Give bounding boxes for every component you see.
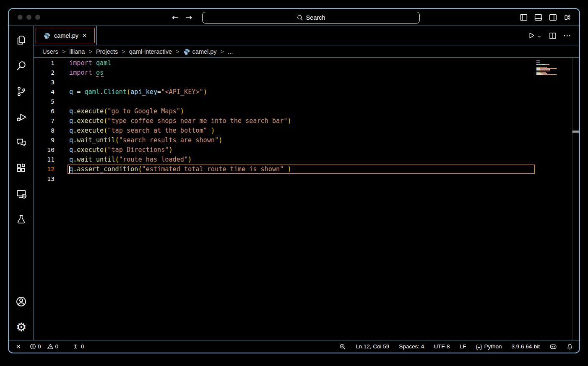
warning-icon — [47, 343, 54, 350]
bell-icon — [567, 343, 573, 350]
cursor-position[interactable]: Ln 12, Col 59 — [356, 343, 389, 350]
line-number[interactable]: 10 — [34, 145, 55, 155]
line-number[interactable]: 6 — [34, 107, 55, 116]
code-line[interactable]: 2import os — [34, 68, 535, 78]
remote-indicator[interactable] — [15, 343, 21, 350]
encoding-status[interactable]: UTF-8 — [434, 343, 450, 350]
run-icon[interactable] — [528, 32, 535, 39]
zoom-window-button[interactable] — [35, 15, 40, 20]
line-text[interactable]: q.execute("tap Directions") — [69, 145, 173, 155]
tab-bar: camel.py ✕ ⌄ ⋯ — [34, 26, 579, 45]
code-line[interactable]: 6q.execute("go to Google Maps") — [34, 107, 535, 116]
line-text[interactable]: q.execute("go to Google Maps") — [69, 107, 184, 116]
close-window-button[interactable] — [18, 15, 23, 20]
line-text[interactable]: q.wait_until("search results are shown") — [69, 136, 222, 145]
notifications-status[interactable] — [567, 343, 573, 350]
ports-count: 0 — [81, 343, 84, 350]
indentation-status[interactable]: Spaces: 4 — [399, 343, 424, 350]
line-number[interactable]: 9 — [34, 136, 55, 145]
line-text[interactable]: import qaml — [69, 58, 111, 68]
code-line[interactable]: 12q.assert_condition("estimated total ro… — [34, 165, 535, 174]
chat-icon[interactable] — [9, 130, 34, 155]
code-line[interactable]: 5 — [34, 97, 535, 107]
code-line[interactable]: 1import qaml — [34, 58, 535, 68]
forward-icon[interactable]: → — [185, 13, 192, 21]
workbench: ⚙ camel.py ✕ — [9, 26, 579, 340]
run-and-debug-icon[interactable] — [9, 104, 34, 130]
line-number[interactable]: 1 — [34, 58, 55, 68]
line-number[interactable]: 12 — [34, 165, 55, 174]
line-text[interactable]: q.wait_until("route has loaded") — [69, 155, 192, 165]
breadcrumb-separator: > — [62, 48, 65, 55]
breadcrumb: Users>illiana>Projects>qaml-interactive>… — [34, 45, 579, 58]
ports-status[interactable]: 0 — [72, 343, 84, 350]
account-icon[interactable] — [9, 289, 34, 314]
code-line[interactable]: 13 — [34, 174, 535, 184]
toggle-secondary-sidebar-icon[interactable] — [549, 13, 557, 22]
zoom-status[interactable] — [339, 343, 346, 350]
language-status[interactable]: {} Python — [476, 343, 502, 350]
line-text[interactable]: q.execute("type coffee shops near me int… — [69, 116, 291, 126]
breadcrumb-item[interactable]: Projects — [96, 48, 118, 55]
search-icon — [297, 15, 303, 21]
line-text[interactable]: q = qaml.Client(api_key="<API_KEY>") — [69, 87, 207, 97]
line-number[interactable]: 4 — [34, 87, 55, 97]
more-actions-icon[interactable]: ⋯ — [563, 31, 572, 39]
line-text[interactable]: q.assert_condition("estimated total rout… — [69, 165, 291, 174]
customize-layout-icon[interactable] — [563, 13, 572, 22]
search-view-icon[interactable] — [9, 53, 34, 78]
minimize-window-button[interactable] — [26, 15, 31, 20]
line-number[interactable]: 2 — [34, 68, 55, 78]
line-number[interactable]: 3 — [34, 78, 55, 87]
line-number[interactable]: 7 — [34, 116, 55, 126]
breadcrumb-item[interactable]: Users — [42, 48, 58, 55]
source-control-icon[interactable] — [9, 78, 34, 104]
code-line[interactable]: 7q.execute("type coffee shops near me in… — [34, 116, 535, 126]
tab-camel-py[interactable]: camel.py ✕ — [34, 26, 97, 45]
remote-explorer-icon[interactable] — [9, 181, 34, 207]
breadcrumb-item[interactable]: qaml-interactive — [129, 48, 172, 55]
back-icon[interactable]: ← — [172, 13, 179, 21]
run-dropdown-chevron-icon[interactable]: ⌄ — [537, 33, 541, 39]
testing-icon[interactable] — [9, 207, 34, 232]
line-number[interactable]: 8 — [34, 126, 55, 136]
code-lines[interactable]: 1import qaml2import os34q = qaml.Client(… — [34, 58, 535, 340]
line-number[interactable]: 11 — [34, 155, 55, 165]
editor-pane: 1import qaml2import os34q = qaml.Client(… — [34, 58, 579, 340]
minimap[interactable] — [535, 58, 572, 340]
breadcrumb-item[interactable]: camel.py — [183, 48, 217, 55]
settings-gear-icon[interactable]: ⚙ — [9, 314, 34, 340]
code-line[interactable]: 9q.wait_until("search results are shown"… — [34, 136, 535, 145]
code-line[interactable]: 8q.execute("tap search at the bottom" ) — [34, 126, 535, 136]
eol-status[interactable]: LF — [460, 343, 466, 350]
tab-close-icon[interactable]: ✕ — [82, 32, 87, 39]
braces-icon: {} — [476, 343, 482, 350]
code-line[interactable]: 10q.execute("tap Directions") — [34, 145, 535, 155]
line-text[interactable]: import os — [69, 68, 104, 78]
line-number[interactable]: 5 — [34, 97, 55, 107]
breadcrumb-separator: > — [122, 48, 125, 55]
python-interpreter-status[interactable]: 3.9.6 64-bit — [511, 343, 540, 350]
code-line[interactable]: 11q.wait_until("route has loaded") — [34, 155, 535, 165]
toggle-primary-sidebar-icon[interactable] — [519, 13, 528, 22]
scrollbar[interactable] — [572, 58, 579, 340]
breadcrumb-item[interactable]: ... — [228, 48, 233, 55]
scrollbar-thumb[interactable] — [572, 131, 579, 133]
code-line[interactable]: 3 — [34, 78, 535, 87]
breadcrumb-item[interactable]: illiana — [69, 48, 85, 55]
activity-bar: ⚙ — [9, 26, 34, 340]
code-line[interactable]: 4q = qaml.Client(api_key="<API_KEY>") — [34, 87, 535, 97]
error-count: 0 — [38, 343, 41, 350]
split-editor-icon[interactable] — [549, 32, 557, 39]
toggle-panel-icon[interactable] — [534, 13, 543, 22]
copilot-status[interactable] — [549, 343, 557, 350]
remote-icon — [15, 343, 21, 350]
text-cursor — [69, 166, 70, 173]
line-text[interactable]: q.execute("tap search at the bottom" ) — [69, 126, 215, 136]
command-center-search[interactable]: Search — [202, 12, 420, 24]
line-number[interactable]: 13 — [34, 174, 55, 184]
history-navigation: ← → — [172, 9, 192, 26]
problems-status[interactable]: 0 0 — [30, 343, 58, 350]
explorer-icon[interactable] — [9, 27, 34, 53]
extensions-icon[interactable] — [9, 155, 34, 181]
